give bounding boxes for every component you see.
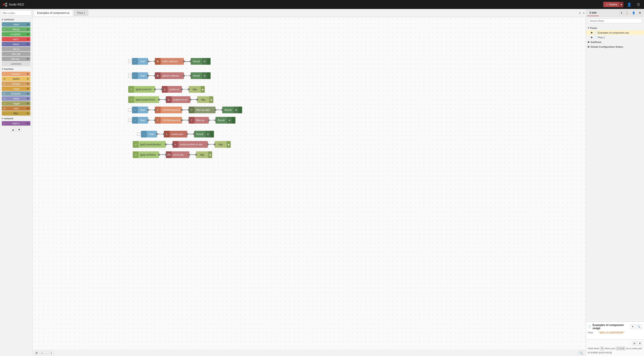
flows-section-header[interactable]: ▾ Flows xyxy=(586,26,644,30)
node-exists-section[interactable]: ≡ exists-section-in-doc xyxy=(172,141,208,148)
sidebar-scroll-up[interactable]: ▲ xyxy=(10,128,16,132)
node-github-collector[interactable]: ⊕ github-collector xyxy=(155,72,184,79)
node-filter-date[interactable]: ▽ filter-by-date xyxy=(189,107,216,113)
node-start-6[interactable]: → Start xyxy=(128,117,148,124)
sidebar-item-template[interactable]: {} template xyxy=(2,91,30,96)
menu-button[interactable]: ☰ xyxy=(635,2,642,8)
tab-chevron-button[interactable]: ▾ xyxy=(583,12,584,15)
canvas-zoom-in-button[interactable]: + xyxy=(40,351,44,355)
node-filterby-6[interactable]: ▽ filter-by xyxy=(189,117,209,124)
subflows-section-header[interactable]: ▶ Subflows xyxy=(586,40,644,44)
canvas-zoom-out-button[interactable]: - xyxy=(45,351,48,355)
node-result-7[interactable]: Result ≡ xyxy=(194,131,214,138)
node-get-projectToUrl[interactable]: ↗ [get] /projectToUrl xyxy=(128,96,159,103)
sidebar-item-range[interactable]: ↔ range xyxy=(2,86,30,91)
node-exists-url[interactable]: ⧖ exists-url xyxy=(162,86,182,93)
flows-item-examples[interactable]: ▶ 📄 Examples of component usa xyxy=(586,30,644,35)
deploy-dropdown-button[interactable]: ▾ xyxy=(619,2,624,8)
node-result-2[interactable]: Result ≡ xyxy=(191,72,210,79)
result-btn-6[interactable]: ≡ xyxy=(227,117,232,124)
tab-examples[interactable]: Examples of component us xyxy=(34,10,73,16)
http-label-4: http xyxy=(196,153,208,156)
node-json-seq-5[interactable]: ƒ JSONSequence xyxy=(155,107,182,113)
exec-icon: ⚙ xyxy=(4,107,6,110)
sidebar-item-link-out[interactable]: link out xyxy=(2,57,30,61)
node-http-2[interactable]: http ◆ xyxy=(197,96,213,103)
node-project-to-url[interactable]: ⧖ project-to-url xyxy=(166,96,190,103)
sidebar-item-inject[interactable]: → inject xyxy=(2,22,30,27)
sidebar-item-exec[interactable]: ⚙ exec xyxy=(2,106,30,111)
canvas-reset-zoom-button[interactable]: + xyxy=(49,351,53,355)
node-start-1[interactable]: → Start xyxy=(128,58,148,65)
checkbox-7[interactable] xyxy=(137,133,140,136)
canvas-fit-button[interactable]: ⊡ xyxy=(34,351,39,355)
sidebar-item-status[interactable]: + status xyxy=(2,42,30,46)
node-result-6[interactable]: Result ≡ xyxy=(216,117,236,124)
panel-icon-clipboard[interactable]: 📋 xyxy=(624,11,630,15)
sidebar-item-link-in[interactable]: link in xyxy=(2,47,30,51)
panel-icon-user[interactable]: 👤 xyxy=(630,11,637,15)
sidebar-scroll-down[interactable]: ▼ xyxy=(16,128,22,132)
sidebar-item-filter[interactable]: ⏤ filter xyxy=(2,111,30,116)
node-json-seq-6[interactable]: ƒ JSONSequence xyxy=(155,117,182,124)
sidebar-item-catch[interactable]: ! catch xyxy=(2,37,30,42)
flow-row-8: ↗ [get] /existsSection ≡ exists-section-… xyxy=(133,141,231,148)
flows-item-flow1[interactable]: ▶ 📄 Flow 1 xyxy=(586,35,644,40)
node-exists-pipe[interactable]: ≡ exists-pipe xyxy=(164,131,187,138)
node-get-existsUrl[interactable]: ↗ [get] /existsUrl xyxy=(128,86,155,93)
sidebar-item-complete[interactable]: ! complete xyxy=(2,32,30,37)
hint-refresh-button[interactable]: ↺ xyxy=(632,341,636,346)
user-button[interactable]: 👤 xyxy=(625,2,633,8)
deploy-button[interactable]: ⬡ Deploy xyxy=(603,2,620,7)
panel-icon-info[interactable]: ℹ xyxy=(620,11,624,15)
checkbox-1[interactable] xyxy=(128,60,131,63)
result-btn-5[interactable]: ≡ xyxy=(234,107,238,113)
sidebar-item-comment[interactable]: comment xyxy=(2,62,30,66)
node-http-1[interactable]: http ◆ xyxy=(189,86,205,93)
sidebar-item-function[interactable]: ƒ function xyxy=(2,72,30,76)
node-start-5[interactable]: → Start xyxy=(128,107,148,113)
node-start-2[interactable]: → Start xyxy=(128,72,148,79)
node-trello-collector[interactable]: ⊕ trello-collector xyxy=(155,58,184,65)
result-btn-1[interactable]: ≡ xyxy=(202,58,207,65)
filter-nodes-input[interactable] xyxy=(1,10,31,16)
search-flows-input[interactable] xyxy=(588,18,642,23)
category-common[interactable]: ▾ common xyxy=(0,17,32,22)
sidebar-item-change[interactable]: ✕ change xyxy=(2,82,30,86)
sidebar-item-link-call[interactable]: link call xyxy=(2,52,30,56)
flow-canvas[interactable]: → Start ⊕ trello-collector Re xyxy=(32,17,586,356)
tab-flow1[interactable]: Flow 1 xyxy=(74,10,88,16)
exists-pipe-port-right xyxy=(186,133,188,135)
proj-url-port-left xyxy=(165,99,167,101)
start-label-1: Start xyxy=(138,60,148,63)
sidebar-item-switch[interactable]: ⇄ switch xyxy=(2,77,30,81)
sidebar-item-mqtt-in[interactable]: ~ mqtt in xyxy=(2,121,30,126)
panel-icon-settings[interactable]: ⚙ xyxy=(637,11,643,15)
node-result-5[interactable]: Result ≡ xyxy=(222,107,242,113)
sidebar-item-delay[interactable]: ⏱ delay xyxy=(2,96,30,101)
checkbox-2[interactable] xyxy=(128,74,131,77)
flow-info-action-search[interactable]: 🔍 xyxy=(636,324,642,329)
result-btn-7[interactable]: ≡ xyxy=(206,131,210,138)
sidebar-item-trigger[interactable]: ⚡ trigger xyxy=(2,101,30,106)
node-get-urlToDoc[interactable]: ↗ [get] /urlToDoc xyxy=(133,151,159,158)
canvas-search-button[interactable]: 🔍 xyxy=(578,351,584,355)
checkbox-5[interactable] xyxy=(128,108,131,112)
node-result-1[interactable]: Result ≡ xyxy=(191,58,210,65)
result-btn-2[interactable]: ≡ xyxy=(202,72,207,79)
node-start-7[interactable]: → Start xyxy=(137,131,157,138)
node-http-4[interactable]: http ◆ xyxy=(196,151,212,158)
checkbox-6[interactable] xyxy=(128,119,131,122)
category-network[interactable]: ▾ network xyxy=(0,116,32,121)
flow-info-action-edit[interactable]: ✎ xyxy=(630,324,635,329)
tab-info[interactable]: ℹ info xyxy=(588,10,599,16)
node-get-existsSection[interactable]: ↗ [get] /existsSection xyxy=(133,141,166,148)
node-http-3[interactable]: http ◆ xyxy=(214,141,231,148)
sidebar-item-trigger-label: trigger xyxy=(6,102,27,105)
global-config-header[interactable]: ▶ Global Configuration Nodes xyxy=(586,44,644,49)
category-function[interactable]: ▾ function xyxy=(0,67,32,71)
node-url-to-doc[interactable]: URL url-to-doc xyxy=(166,151,189,158)
sidebar-item-debug[interactable]: ≡ debug xyxy=(2,27,30,32)
hint-close-button[interactable]: ✕ xyxy=(638,341,642,346)
add-tab-button[interactable]: + xyxy=(578,11,582,15)
